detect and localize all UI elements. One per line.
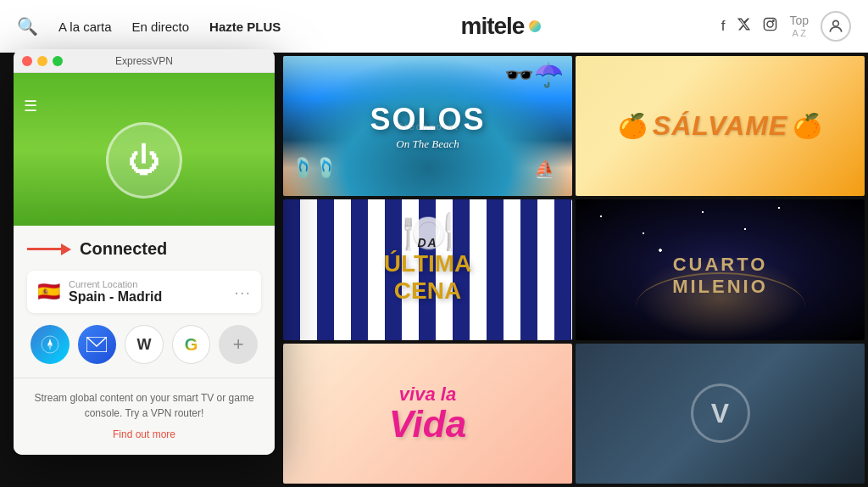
- svg-point-1: [767, 21, 773, 27]
- nav-left: 🔍 A la carta En directo Hazte PLUS: [17, 16, 281, 36]
- vpn-shortcut-safari[interactable]: [31, 325, 70, 364]
- vpn-menu-icon[interactable]: ☰: [24, 98, 37, 115]
- vpn-power-button[interactable]: ⏻: [106, 122, 182, 199]
- vpn-flag: 🇪🇸: [37, 281, 60, 303]
- mitele-logo-dot: [529, 20, 541, 32]
- facebook-icon[interactable]: f: [721, 18, 726, 35]
- vpn-window: ExpressVPN ☰ ⏻ Connected 🇪🇸 Current Loca…: [14, 49, 275, 455]
- grid-cell-cena[interactable]: 🍽️ DA ÚLTIMA CENA: [283, 199, 572, 339]
- vpn-shortcut-add[interactable]: +: [219, 325, 258, 364]
- window-minimize-button[interactable]: [37, 56, 47, 66]
- vpn-window-title: ExpressVPN: [115, 55, 173, 67]
- grid-cell-last[interactable]: V: [576, 344, 865, 484]
- cuarto-subtitle: MILENIO: [672, 276, 768, 298]
- cena-da: DA: [417, 236, 437, 249]
- mitele-logo-text: mitele: [461, 13, 525, 40]
- nav-a-la-carta[interactable]: A la carta: [58, 20, 112, 34]
- cuarto-title: CUARTO: [672, 254, 768, 276]
- grid-cell-salvame[interactable]: 🍊 SÁLVAME 🍊: [576, 56, 865, 196]
- nav-hazte-plus[interactable]: Hazte PLUS: [209, 20, 281, 34]
- grid-cell-cuarto[interactable]: CUARTO MILENIO: [576, 199, 865, 339]
- mitele-nav: 🔍 A la carta En directo Hazte PLUS mitel…: [0, 0, 868, 53]
- top-label: Top: [789, 14, 809, 27]
- svg-rect-0: [765, 18, 776, 30]
- window-close-button[interactable]: [22, 56, 32, 66]
- nav-right: f Top A Z: [721, 11, 851, 42]
- vpn-location-left: 🇪🇸 Current Location Spain - Madrid: [37, 279, 162, 305]
- vpn-footer: Stream global content on your smart TV o…: [14, 378, 275, 455]
- vpn-shortcut-wikipedia[interactable]: W: [125, 325, 164, 364]
- vpn-shortcuts: W G +: [27, 325, 261, 364]
- vida-title: Vida: [389, 406, 466, 443]
- cena-cena: CENA: [384, 277, 472, 305]
- last-logo: V: [691, 383, 750, 443]
- nav-en-directo[interactable]: En directo: [132, 20, 190, 34]
- vpn-shortcut-mail[interactable]: [78, 325, 117, 364]
- vpn-location-label: Current Location: [69, 279, 162, 289]
- vpn-white-section: Connected 🇪🇸 Current Location Spain - Ma…: [14, 226, 275, 378]
- user-icon[interactable]: [821, 11, 851, 42]
- power-icon: ⏻: [128, 144, 160, 176]
- grid-cell-viva[interactable]: viva la Vida: [283, 344, 572, 484]
- nav-top-az[interactable]: Top A Z: [789, 14, 809, 37]
- solos-title: SOLOS: [370, 102, 485, 137]
- vpn-location-name: Spain - Madrid: [69, 289, 162, 305]
- vpn-find-out-more-link[interactable]: Find out more: [113, 428, 175, 440]
- svg-point-3: [833, 20, 839, 26]
- az-label: A Z: [792, 28, 806, 38]
- vpn-more-button[interactable]: ···: [234, 283, 251, 302]
- nav-center: mitele: [281, 13, 721, 40]
- solos-subtitle: On The Beach: [370, 137, 485, 151]
- vpn-arrow: [27, 244, 71, 255]
- vpn-connected-row: Connected: [27, 239, 261, 259]
- salvame-title: SÁLVAME: [653, 110, 787, 142]
- window-maximize-button[interactable]: [53, 56, 63, 66]
- vpn-shortcut-google[interactable]: G: [172, 325, 211, 364]
- mitele-logo: mitele: [461, 13, 542, 40]
- vpn-location-info: Current Location Spain - Madrid: [69, 279, 162, 305]
- vpn-titlebar: ExpressVPN: [14, 49, 275, 73]
- vpn-footer-text: Stream global content on your smart TV o…: [27, 390, 261, 421]
- svg-point-2: [773, 20, 774, 21]
- twitter-icon[interactable]: [737, 17, 751, 36]
- vpn-connected-text: Connected: [80, 239, 167, 259]
- content-grid: 🕶️☂️ 🩴🩴 ⛵ SOLOS On The Beach ©technorat …: [280, 53, 868, 487]
- cena-ultima: ÚLTIMA: [384, 250, 472, 277]
- instagram-icon[interactable]: [763, 17, 777, 36]
- vpn-location-row[interactable]: 🇪🇸 Current Location Spain - Madrid ···: [27, 271, 261, 313]
- search-icon[interactable]: 🔍: [17, 16, 38, 36]
- grid-cell-solos[interactable]: 🕶️☂️ 🩴🩴 ⛵ SOLOS On The Beach ©technorat: [283, 56, 572, 196]
- vpn-green-zone: ☰ ⏻: [14, 73, 275, 226]
